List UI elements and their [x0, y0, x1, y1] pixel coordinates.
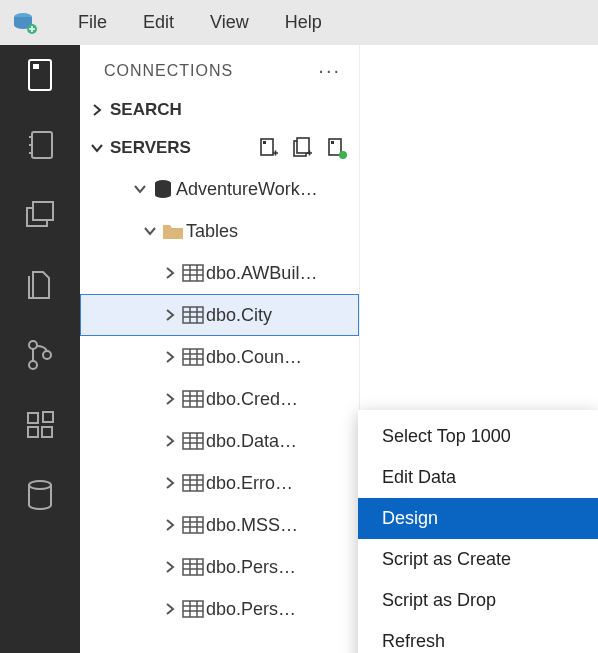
- tree-table-row[interactable]: dbo.Pers…: [80, 546, 359, 588]
- context-menu-item[interactable]: Script as Drop: [358, 580, 598, 621]
- sidebar: CONNECTIONS ··· SEARCH SERVERS: [80, 45, 360, 653]
- tree-database[interactable]: AdventureWork…: [80, 168, 359, 210]
- svg-rect-2: [29, 60, 51, 90]
- new-connection-icon[interactable]: [257, 136, 281, 160]
- svg-rect-31: [183, 307, 203, 323]
- chevron-right-icon: [90, 103, 104, 117]
- svg-rect-41: [183, 391, 203, 407]
- tree-label: dbo.Erro…: [206, 473, 293, 494]
- table-icon: [180, 474, 206, 492]
- tree-table-row[interactable]: dbo.Coun…: [80, 336, 359, 378]
- new-group-icon[interactable]: [291, 136, 315, 160]
- svg-rect-66: [183, 601, 203, 617]
- svg-point-24: [339, 151, 347, 159]
- tree-table-row[interactable]: dbo.City: [80, 294, 359, 336]
- svg-rect-46: [183, 433, 203, 449]
- tree-label: Tables: [186, 221, 238, 242]
- svg-point-17: [29, 481, 51, 489]
- app-logo-icon: [10, 8, 40, 38]
- svg-rect-36: [183, 349, 203, 365]
- chevron-right-icon: [160, 602, 180, 616]
- svg-rect-56: [183, 517, 203, 533]
- search-section[interactable]: SEARCH: [80, 92, 359, 128]
- svg-point-10: [29, 341, 37, 349]
- context-menu-item[interactable]: Select Top 1000: [358, 416, 598, 457]
- svg-rect-16: [43, 412, 53, 422]
- server-status-icon[interactable]: [325, 136, 349, 160]
- chevron-right-icon: [160, 518, 180, 532]
- tree-label: dbo.MSS…: [206, 515, 298, 536]
- tree-label: dbo.Pers…: [206, 599, 296, 620]
- table-icon: [180, 264, 206, 282]
- tree-label: dbo.Cred…: [206, 389, 298, 410]
- search-label: SEARCH: [110, 100, 182, 120]
- svg-rect-4: [32, 132, 52, 158]
- tree-label: dbo.AWBuil…: [206, 263, 317, 284]
- svg-rect-14: [28, 427, 38, 437]
- svg-rect-26: [183, 265, 203, 281]
- table-icon: [180, 432, 206, 450]
- context-menu-item[interactable]: Refresh: [358, 621, 598, 653]
- files-icon[interactable]: [20, 265, 60, 305]
- table-icon: [180, 558, 206, 576]
- tree-label: AdventureWork…: [176, 179, 318, 200]
- tree-table-row[interactable]: dbo.Erro…: [80, 462, 359, 504]
- svg-rect-23: [331, 141, 334, 144]
- svg-rect-15: [42, 427, 52, 437]
- svg-point-12: [43, 351, 51, 359]
- panel-header: CONNECTIONS ···: [80, 45, 359, 92]
- table-icon: [180, 600, 206, 618]
- tree: AdventureWork… Tables dbo.AWBuil…dbo.Cit…: [80, 168, 359, 630]
- chevron-down-icon: [130, 182, 150, 196]
- chevron-right-icon: [160, 308, 180, 322]
- table-icon: [180, 390, 206, 408]
- tree-table-row[interactable]: dbo.MSS…: [80, 504, 359, 546]
- svg-rect-13: [28, 413, 38, 423]
- menubar: File Edit View Help: [0, 0, 598, 45]
- chevron-right-icon: [160, 476, 180, 490]
- folder-icon: [160, 222, 186, 240]
- panel-more-icon[interactable]: ···: [318, 59, 341, 82]
- notebook-icon[interactable]: [20, 125, 60, 165]
- database-icon[interactable]: [20, 475, 60, 515]
- servers-section[interactable]: SERVERS: [80, 128, 359, 168]
- tree-table-row[interactable]: dbo.Cred…: [80, 378, 359, 420]
- tree-label: dbo.Pers…: [206, 557, 296, 578]
- menu-edit[interactable]: Edit: [125, 6, 192, 39]
- chevron-right-icon: [160, 560, 180, 574]
- menu-view[interactable]: View: [192, 6, 267, 39]
- context-menu-item[interactable]: Design: [358, 498, 598, 539]
- context-menu-item[interactable]: Edit Data: [358, 457, 598, 498]
- extensions-icon[interactable]: [20, 405, 60, 445]
- tree-label: dbo.City: [206, 305, 272, 326]
- source-control-icon[interactable]: [20, 335, 60, 375]
- database-icon: [150, 178, 176, 200]
- panel-title: CONNECTIONS: [104, 62, 233, 80]
- context-menu: Select Top 1000Edit DataDesignScript as …: [358, 410, 598, 653]
- svg-rect-19: [263, 141, 266, 144]
- chevron-down-icon: [140, 224, 160, 238]
- chevron-right-icon: [160, 434, 180, 448]
- windows-icon[interactable]: [20, 195, 60, 235]
- connections-icon[interactable]: [20, 55, 60, 95]
- svg-rect-22: [329, 139, 341, 155]
- tree-folder-tables[interactable]: Tables: [80, 210, 359, 252]
- svg-rect-3: [33, 64, 39, 69]
- activity-bar: [0, 45, 80, 653]
- tree-table-row[interactable]: dbo.Data…: [80, 420, 359, 462]
- chevron-right-icon: [160, 266, 180, 280]
- chevron-right-icon: [160, 392, 180, 406]
- servers-label: SERVERS: [110, 138, 191, 158]
- tree-table-row[interactable]: dbo.AWBuil…: [80, 252, 359, 294]
- tree-table-row[interactable]: dbo.Pers…: [80, 588, 359, 630]
- context-menu-item[interactable]: Script as Create: [358, 539, 598, 580]
- tree-label: dbo.Coun…: [206, 347, 302, 368]
- menu-help[interactable]: Help: [267, 6, 340, 39]
- menu-file[interactable]: File: [60, 6, 125, 39]
- svg-rect-21: [297, 138, 309, 153]
- tree-label: dbo.Data…: [206, 431, 297, 452]
- chevron-right-icon: [160, 350, 180, 364]
- svg-rect-51: [183, 475, 203, 491]
- table-icon: [180, 306, 206, 324]
- svg-rect-18: [261, 139, 273, 155]
